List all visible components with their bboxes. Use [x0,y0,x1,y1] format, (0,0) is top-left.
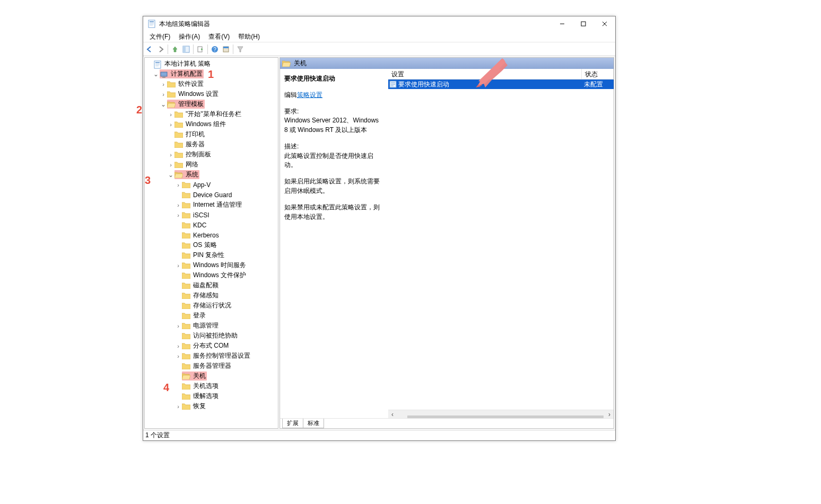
show-hide-tree-button[interactable] [181,44,191,55]
expand-icon[interactable] [160,91,167,98]
close-button[interactable] [594,17,615,31]
detail-tabs: 扩展 标准 [280,418,614,428]
expand-icon[interactable] [167,172,174,178]
tree-node-storage-sense[interactable]: 存储感知 [145,290,278,300]
desc-2: 如果启用此策略设置，则系统需要启用休眠模式。 [284,177,384,196]
tab-extended[interactable]: 扩展 [282,419,303,428]
horizontal-scrollbar[interactable]: ‹ › [388,410,614,418]
tree-node-admin-templates[interactable]: 管理模板 [145,99,278,109]
window-title: 本地组策略编辑器 [159,20,552,29]
back-button[interactable] [144,44,155,55]
help-button[interactable]: ? [209,44,220,55]
tree-node-windows-components[interactable]: Windows 组件 [145,119,278,129]
folder-icon [174,121,183,128]
tree-node-storage-health[interactable]: 存储运行状况 [145,300,278,311]
tree-node-os-policy[interactable]: OS 策略 [145,240,278,250]
toolbar-separator [233,45,233,54]
folder-open-icon [282,60,291,67]
tree-node-windows-file-prot[interactable]: Windows 文件保护 [145,270,278,280]
up-button[interactable] [170,44,180,55]
expand-icon[interactable] [174,403,182,410]
tree-node-shutdown[interactable]: 关机 [145,371,278,381]
tree-node-printers[interactable]: 打印机 [145,129,278,139]
scroll-right-icon[interactable]: › [605,411,614,418]
expand-icon[interactable] [174,343,182,349]
desc-1: 此策略设置控制是否使用快速启动。 [284,152,384,170]
maximize-button[interactable] [573,17,594,31]
tree-label: 本地计算机 策略 [163,59,212,68]
expand-icon[interactable] [160,101,167,108]
folder-icon [182,322,190,329]
tree-node-system[interactable]: 系统 [145,170,278,180]
expand-icon[interactable] [174,323,182,329]
tree-node-appv[interactable]: App-V [145,180,278,190]
tree-node-iscsi[interactable]: iSCSI [145,210,278,220]
requirements-body: Windows Server 2012、Windows 8 或 Windows … [284,116,384,135]
expand-icon[interactable] [167,162,174,168]
scroll-left-icon[interactable]: ‹ [388,411,397,418]
tree-node-internet-comm[interactable]: Internet 通信管理 [145,200,278,210]
tab-standard[interactable]: 标准 [303,419,324,428]
expand-icon[interactable] [160,81,167,87]
tree-node-kerberos[interactable]: Kerberos [145,230,278,240]
properties-button[interactable] [221,44,231,55]
expand-icon[interactable] [174,202,182,208]
tree-node-network[interactable]: 网络 [145,160,278,170]
edit-policy-link[interactable]: 策略设置 [297,91,322,99]
expand-icon[interactable] [152,71,160,77]
expand-icon[interactable] [174,262,182,269]
menu-action[interactable]: 操作(A) [174,31,204,42]
folder-icon [174,151,183,158]
folder-icon [182,312,190,319]
expand-icon[interactable] [167,152,174,158]
expand-icon[interactable] [174,212,182,218]
detail-description: 要求使用快速启动 编辑策略设置 要求: Windows Server 2012、… [280,69,388,418]
folder-icon [174,111,183,118]
tree-node-windows-time[interactable]: Windows 时间服务 [145,260,278,270]
tree-node-root[interactable]: 本地计算机 策略 [145,59,278,69]
tree-label: Windows 时间服务 [192,261,247,270]
expand-icon[interactable] [174,182,182,188]
forward-button[interactable] [155,44,166,55]
col-state[interactable]: 状态 [582,69,614,79]
expand-icon[interactable] [167,121,174,128]
expand-icon[interactable] [174,353,182,359]
policy-name: 要求使用快速启动 [284,74,384,83]
title-bar[interactable]: 本地组策略编辑器 [143,16,615,31]
row-setting: 要求使用快速启动 [398,80,449,89]
tree-node-start-taskbar[interactable]: "开始"菜单和任务栏 [145,109,278,119]
tree-node-dcom[interactable]: 分布式 COM [145,341,278,351]
tree-node-scm-settings[interactable]: 服务控制管理器设置 [145,351,278,361]
folder-icon [182,393,190,400]
tree-node-servers[interactable]: 服务器 [145,139,278,149]
policy-icon [389,81,397,88]
tree-node-control-panel[interactable]: 控制面板 [145,149,278,160]
menu-bar: 文件(F) 操作(A) 查看(V) 帮助(H) [143,31,615,42]
menu-help[interactable]: 帮助(H) [234,31,264,42]
tree-node-windows-settings[interactable]: Windows 设置 [145,89,278,99]
app-icon [147,20,156,28]
export-button[interactable] [195,44,206,55]
tree-node-server-manager[interactable]: 服务器管理器 [145,361,278,371]
expand-icon[interactable] [167,111,174,118]
tree-node-device-guard[interactable]: Device Guard [145,190,278,200]
tree-node-denied-assist[interactable]: 访问被拒绝协助 [145,331,278,341]
tree-node-power-mgmt[interactable]: 电源管理 [145,321,278,331]
minimize-button[interactable] [552,17,573,31]
filter-button[interactable] [235,44,246,55]
scroll-thumb[interactable] [407,415,604,419]
edit-link-line: 编辑策略设置 [284,91,384,100]
menu-file[interactable]: 文件(F) [145,31,174,42]
folder-icon [182,252,190,259]
annotation-arrow-icon [476,56,508,87]
tree-node-recovery[interactable]: 恢复 [145,401,278,411]
tree-node-pin-complex[interactable]: PIN 复杂性 [145,250,278,260]
menu-view[interactable]: 查看(V) [204,31,234,42]
tree-pane[interactable]: 本地计算机 策略 计算机配置 [144,57,278,429]
tree-node-disk-quota[interactable]: 磁盘配额 [145,280,278,290]
folder-icon [174,141,183,148]
annotation-4: 4 [163,382,169,394]
tree-node-logon[interactable]: 登录 [145,311,278,321]
tree-node-kdc[interactable]: KDC [145,220,278,230]
annotation-2: 2 [136,104,142,116]
